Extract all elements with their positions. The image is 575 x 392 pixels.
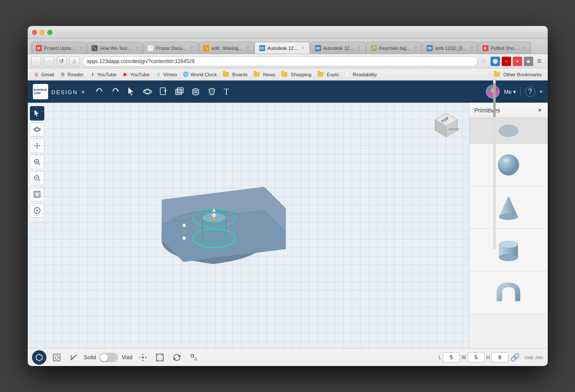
minimize-button[interactable] [40,30,45,35]
undo-button[interactable] [95,87,104,96]
tab-close[interactable]: × [356,45,362,51]
extension-btn-4[interactable]: ◉ [524,57,533,66]
menu-button[interactable]: ≡ [535,57,544,66]
tab-close[interactable]: × [300,45,306,51]
extension-btn-2[interactable]: ○ [502,57,511,66]
bookmark-other[interactable]: Other Bookmarks [491,71,544,78]
l-input[interactable] [443,352,460,363]
rotate-tool-btn[interactable] [170,351,184,364]
tab-gmail[interactable]: M Project Upda... × [31,42,87,54]
folder-icon [494,72,500,77]
tab-puffed[interactable]: K Puffed Sho... × [478,42,531,54]
folder-icon [223,72,229,77]
primitive-sphere[interactable] [469,144,548,186]
bookmark-shopping[interactable]: Shopping [279,71,314,78]
logo-design-text: DESIGN ▼ [52,87,87,96]
bookmark-explo[interactable]: Explo [315,71,342,78]
tab-howwetest[interactable]: 🔧 How We Test... × [87,42,142,54]
bookmark-label: Boards [232,72,248,77]
nav-cube[interactable]: TOP FRONT [433,111,460,139]
h-field: H [486,352,509,363]
box-primitive[interactable] [175,87,184,96]
bookmark-news[interactable]: News [251,71,278,78]
panel-scrollbar[interactable] [493,103,496,249]
user-dropdown-arrow: ▾ [513,89,516,95]
h-label: H [486,355,490,360]
forward-button[interactable]: → [44,56,54,66]
tab-label: Autodesk 12... [324,46,353,51]
bookmark-star[interactable]: ☆ [480,57,486,65]
user-name-btn[interactable]: Me ▾ [504,89,516,95]
import-button[interactable] [159,87,168,96]
tab-keychain[interactable]: 🔑 Keychain tag... × [366,42,422,54]
redo-button[interactable] [111,87,120,96]
primitive-torus[interactable] [469,271,548,314]
tab-autodesk-2[interactable]: 3D Autodesk 12... × [310,42,366,54]
tab-autodesk-1[interactable]: 3D Autodesk 12... × [254,42,310,54]
bookmark-boards[interactable]: Boards [220,71,250,78]
sphere-primitive[interactable] [207,87,217,96]
bookmark-label: Shopping [291,72,312,77]
select-tool[interactable] [127,87,136,96]
h-input[interactable] [491,352,509,363]
maximize-button[interactable] [47,30,52,35]
svg-point-43 [202,237,226,244]
solid-void-toggle[interactable] [99,353,118,362]
bookmark-facebook[interactable]: f YouTube [87,71,119,78]
svg-marker-78 [142,360,144,361]
orbit-tool[interactable] [142,87,153,96]
bookmark-worldclock[interactable]: 🌐 World Clock [180,71,220,78]
viewport[interactable]: TOP FRONT [28,103,469,348]
tab-close[interactable]: × [469,45,475,51]
vimeo-icon: V [156,72,162,78]
w-input[interactable] [468,352,485,363]
address-bar[interactable]: apps.123dapp.com/design/?contentid=12645… [82,56,478,66]
move-tool-btn[interactable] [136,351,150,364]
tab-close[interactable]: × [245,45,251,51]
text-tool[interactable]: T [223,87,231,96]
panel-collapse-arrow[interactable]: ▼ [537,107,543,113]
bookmark-youtube[interactable]: ▶ YouTube [120,71,152,78]
svg-rect-89 [191,355,194,357]
tab-close[interactable]: × [188,45,194,51]
tab-smb[interactable]: 3D smb 123D_D... × [422,42,477,54]
bookmark-reader[interactable]: R Reader [58,71,87,78]
help-dropdown-arrow[interactable]: ▾ [540,88,543,95]
scrollbar-thumb[interactable] [493,103,496,117]
bookmark-label: YouTube [130,72,149,77]
bookmark-vimeo[interactable]: V Vimeo [153,71,179,78]
browser-window: M Project Upda... × 🔧 How We Test... × 📄… [28,26,548,366]
dimension-inputs: L W H 🔗 Unit: mm [439,352,543,363]
tab-edit-making[interactable]: ✏️ edit : Making... × [199,42,254,54]
primitive-cylinder[interactable] [469,229,548,271]
primitives-panel: Primitives ▼ [469,103,548,348]
tab-close[interactable]: × [134,45,140,51]
svg-marker-72 [36,354,42,361]
tab-close[interactable]: × [413,45,419,51]
bookmark-readability[interactable]: 📄 Readability [342,71,379,78]
help-button[interactable]: ? [525,86,535,97]
scale-tool-btn[interactable] [153,351,167,364]
bottom-tool-1[interactable] [50,351,64,364]
tab-proper-doc[interactable]: 📄 Proper Docu... × [143,42,198,54]
cylinder-primitive[interactable] [191,87,200,96]
primitive-cone[interactable] [469,186,548,229]
home-button[interactable]: ⌂ [69,56,80,66]
back-button[interactable]: ← [31,56,41,66]
svg-point-6 [144,89,146,91]
extension-btn-3[interactable]: ● [513,57,522,66]
reload-button[interactable]: ↺ [57,56,67,66]
link-dimensions-btn[interactable]: 🔗 [510,353,520,362]
shape-toggle-btn[interactable] [32,350,46,365]
bottom-tool-2[interactable] [67,351,81,364]
tab-label: Puffed Sho... [491,46,518,51]
svg-rect-73 [53,354,60,361]
close-button[interactable] [32,30,37,35]
tab-close[interactable]: × [78,45,84,51]
snap-tool-btn[interactable] [187,351,201,364]
extension-btn-1[interactable] [491,57,500,66]
tab-close[interactable]: × [520,45,526,51]
bookmark-gmail[interactable]: G Gmail [31,71,57,78]
logo-caret[interactable]: ▼ [80,89,86,95]
bookmark-label: Vimeo [163,72,177,77]
